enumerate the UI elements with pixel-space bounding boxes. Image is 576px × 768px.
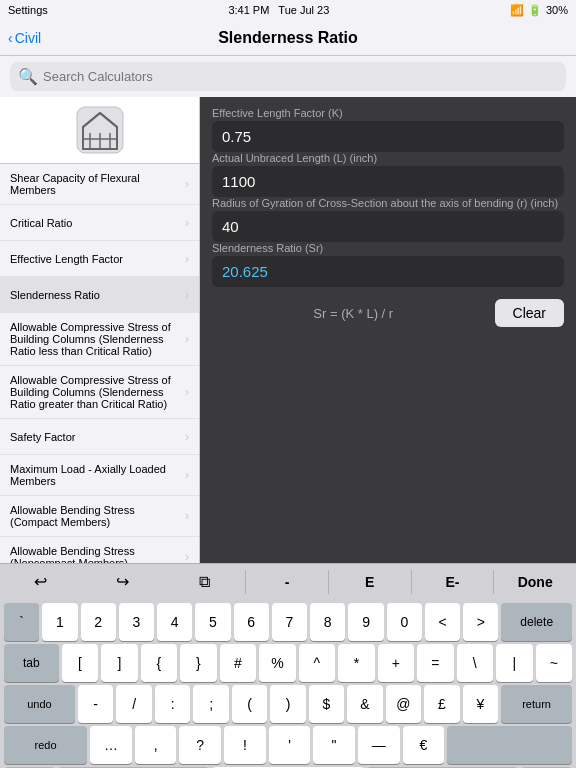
- key-6[interactable]: 6: [234, 603, 269, 641]
- key-close-brace[interactable]: }: [180, 644, 216, 682]
- undo-button[interactable]: ↩: [0, 564, 82, 599]
- key-close-paren[interactable]: ): [270, 685, 305, 723]
- sidebar-item-1[interactable]: Critical Ratio›: [0, 205, 199, 241]
- key-squote[interactable]: ': [269, 726, 311, 764]
- key-euro[interactable]: €: [403, 726, 445, 764]
- key-delete[interactable]: delete: [501, 603, 572, 641]
- right-panel: Effective Length Factor (K)Actual Unbrac…: [200, 97, 576, 563]
- key-2[interactable]: 2: [81, 603, 116, 641]
- key-close-bracket[interactable]: ]: [101, 644, 137, 682]
- sidebar-item-7[interactable]: Maximum Load - Axially Loaded Members›: [0, 455, 199, 496]
- key-less[interactable]: <: [425, 603, 460, 641]
- key-undo[interactable]: undo: [4, 685, 75, 723]
- key-open-brace[interactable]: {: [141, 644, 177, 682]
- sidebar-item-label-7: Maximum Load - Axially Loaded Members: [10, 463, 185, 487]
- copy-icon: ⧉: [199, 573, 210, 591]
- wifi-icon: 📶: [510, 4, 524, 17]
- input-label-1: Actual Unbraced Length (L) (inch): [212, 152, 564, 164]
- main-content: Shear Capacity of Flexural Members›Criti…: [0, 97, 576, 563]
- input-field-0[interactable]: [212, 121, 564, 152]
- input-field-2[interactable]: [212, 211, 564, 242]
- key-tilde[interactable]: ~: [536, 644, 572, 682]
- redo-button[interactable]: ↪: [82, 564, 164, 599]
- nav-back-button[interactable]: ‹ Civil: [8, 30, 41, 46]
- key-ampersand[interactable]: &: [347, 685, 382, 723]
- sidebar-item-4[interactable]: Allowable Compressive Stress of Building…: [0, 313, 199, 366]
- key-emdash[interactable]: —: [358, 726, 400, 764]
- key-dquote[interactable]: ": [313, 726, 355, 764]
- key-row-4: redo … , ? ! ' " — €: [4, 726, 572, 764]
- key-caret[interactable]: ^: [299, 644, 335, 682]
- key-return[interactable]: return: [501, 685, 572, 723]
- key-0[interactable]: 0: [387, 603, 422, 641]
- eminus-key[interactable]: E-: [412, 564, 494, 599]
- key-percent[interactable]: %: [259, 644, 295, 682]
- formula-text: Sr = (K * L) / r: [212, 306, 495, 321]
- sidebar-item-9[interactable]: Allowable Bending Stress (Noncompact Mem…: [0, 537, 199, 563]
- key-comma[interactable]: ,: [135, 726, 177, 764]
- clear-button[interactable]: Clear: [495, 299, 564, 327]
- key-row-1: ` 1 2 3 4 5 6 7 8 9 0 < > delete: [4, 603, 572, 641]
- key-4[interactable]: 4: [157, 603, 192, 641]
- sidebar-item-label-2: Effective Length Factor: [10, 253, 185, 265]
- key-equals[interactable]: =: [417, 644, 453, 682]
- search-input[interactable]: [43, 69, 558, 84]
- sidebar-items-container: Shear Capacity of Flexural Members›Criti…: [0, 164, 199, 563]
- key-pipe[interactable]: |: [496, 644, 532, 682]
- formula-section: Sr = (K * L) / r Clear: [212, 295, 564, 331]
- search-input-wrap[interactable]: 🔍: [10, 62, 566, 91]
- input-label-2: Radius of Gyration of Cross-Section abou…: [212, 197, 564, 209]
- key-tab[interactable]: tab: [4, 644, 59, 682]
- key-asterisk[interactable]: *: [338, 644, 374, 682]
- key-yen[interactable]: ¥: [463, 685, 498, 723]
- sidebar-item-label-3: Slenderness Ratio: [10, 289, 185, 301]
- key-9[interactable]: 9: [348, 603, 383, 641]
- sidebar-item-label-4: Allowable Compressive Stress of Building…: [10, 321, 185, 357]
- copy-button[interactable]: ⧉: [163, 564, 245, 599]
- dash-key[interactable]: -: [246, 564, 328, 599]
- search-bar: 🔍: [0, 56, 576, 97]
- input-label-0: Effective Length Factor (K): [212, 107, 564, 119]
- key-ellipsis[interactable]: …: [90, 726, 132, 764]
- sidebar-item-6[interactable]: Safety Factor›: [0, 419, 199, 455]
- keyboard-toolbar: ↩ ↪ ⧉ - E E- Done: [0, 563, 576, 599]
- key-space-right[interactable]: [447, 726, 572, 764]
- key-pound[interactable]: £: [424, 685, 459, 723]
- key-plus[interactable]: +: [378, 644, 414, 682]
- key-hash[interactable]: #: [220, 644, 256, 682]
- key-dollar[interactable]: $: [309, 685, 344, 723]
- sidebar-item-3[interactable]: Slenderness Ratio›: [0, 277, 199, 313]
- key-open-paren[interactable]: (: [232, 685, 267, 723]
- key-backtick[interactable]: `: [4, 603, 39, 641]
- input-field-1[interactable]: [212, 166, 564, 197]
- key-5[interactable]: 5: [195, 603, 230, 641]
- key-slash[interactable]: /: [116, 685, 151, 723]
- logo-svg: [75, 105, 125, 155]
- key-7[interactable]: 7: [272, 603, 307, 641]
- sidebar-item-5[interactable]: Allowable Compressive Stress of Building…: [0, 366, 199, 419]
- key-3[interactable]: 3: [119, 603, 154, 641]
- search-icon: 🔍: [18, 67, 38, 86]
- status-time: 3:41 PM Tue Jul 23: [228, 4, 329, 16]
- sidebar-chevron-4: ›: [185, 332, 189, 346]
- sidebar-chevron-2: ›: [185, 252, 189, 266]
- key-8[interactable]: 8: [310, 603, 345, 641]
- key-at[interactable]: @: [386, 685, 421, 723]
- key-question[interactable]: ?: [179, 726, 221, 764]
- key-semicolon[interactable]: ;: [193, 685, 228, 723]
- sidebar-item-0[interactable]: Shear Capacity of Flexural Members›: [0, 164, 199, 205]
- key-colon[interactable]: :: [155, 685, 190, 723]
- key-row-3: undo - / : ; ( ) $ & @ £ ¥ return: [4, 685, 572, 723]
- input-field-3[interactable]: [212, 256, 564, 287]
- key-redo[interactable]: redo: [4, 726, 87, 764]
- key-open-bracket[interactable]: [: [62, 644, 98, 682]
- e-key[interactable]: E: [329, 564, 411, 599]
- key-exclaim[interactable]: !: [224, 726, 266, 764]
- sidebar-item-2[interactable]: Effective Length Factor›: [0, 241, 199, 277]
- key-greater[interactable]: >: [463, 603, 498, 641]
- done-key[interactable]: Done: [494, 564, 576, 599]
- key-1[interactable]: 1: [42, 603, 77, 641]
- key-minus[interactable]: -: [78, 685, 113, 723]
- sidebar-item-8[interactable]: Allowable Bending Stress (Compact Member…: [0, 496, 199, 537]
- key-backslash[interactable]: \: [457, 644, 493, 682]
